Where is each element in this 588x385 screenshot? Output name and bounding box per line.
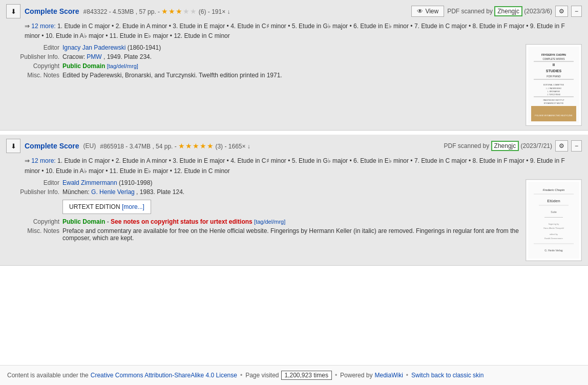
score-title-link-1[interactable]: Complete Score [25, 7, 79, 15]
svg-text:Ewald Zimmermann: Ewald Zimmermann [544, 237, 563, 240]
star-2-1: ★ [178, 142, 185, 150]
public-domain-1: Public Domain [62, 62, 105, 70]
publisher-row-1: Publisher Info. Cracow: PMW , 1949. Plat… [6, 53, 519, 60]
svg-text:————————: ———————— [544, 216, 563, 219]
urtext-label: URTEXT EDITION [69, 203, 120, 210]
editor-link-1[interactable]: Ignacy Jan Paderewski [62, 44, 125, 51]
svg-text:II: II [553, 62, 555, 67]
publisher-value-2: München: G. Henle Verlag , 1983. Plate 1… [62, 188, 184, 196]
svg-text:Etüden: Etüden [547, 199, 560, 203]
score-movements-2: ⇒ 12 more: 1. Etude in C major • 2. Etud… [25, 156, 582, 176]
rating-count-1: (6) [199, 8, 206, 15]
score-meta-2: #865918 - 3.47MB , 54 pp. - ★ ★ ★ ★ ★ (3… [100, 142, 250, 150]
urtext-more-link[interactable]: [more...] [122, 203, 144, 210]
stars-2: ★ ★ ★ ★ ★ [178, 142, 214, 150]
download-button-1[interactable]: ⬇ [6, 4, 20, 18]
svg-text:edited by: edited by [550, 233, 558, 236]
svg-text:FOR PIANO: FOR PIANO [547, 75, 561, 78]
copyright-value-1: Public Domain [tag/del/mrg] [62, 62, 138, 70]
editor-link-2[interactable]: Ewald Zimmermann [62, 179, 117, 186]
editor-row-1: Editor Ignacy Jan Paderewski (1860-1941) [6, 44, 519, 51]
mediawiki-link[interactable]: MediaWiki [374, 372, 403, 379]
settings-button-1[interactable]: ⚙ [555, 6, 568, 17]
license-link[interactable]: Creative Commons Attribution-ShareAlike … [91, 372, 237, 379]
tag-link-1[interactable]: [tag/del/mrg] [107, 63, 138, 69]
svg-text:G. Henle Verlag: G. Henle Verlag [544, 249, 563, 252]
svg-text:fingering by: fingering by [549, 223, 559, 225]
footer-dot-2: • [335, 372, 337, 379]
misc-value-2: Preface and commentary are available for… [62, 227, 519, 242]
settings-button-2[interactable]: ⚙ [555, 140, 568, 152]
switch-skin-link[interactable]: Switch back to classic skin [411, 372, 484, 379]
publisher-label-1: Publisher Info. [6, 53, 62, 60]
copyright-warning: See notes on copyright status for urtext… [111, 218, 253, 225]
score-id-1: #843322 [83, 8, 108, 15]
footer-dot-1: • [240, 372, 242, 379]
uploader-badge-1: Zhengjc [494, 6, 522, 16]
movements-link-1[interactable]: 12 more: [31, 23, 55, 30]
svg-text:Frederic Chopin: Frederic Chopin [543, 188, 565, 191]
score-actions-1: 👁 View PDF scanned by Zhengjc (2023/3/6)… [411, 6, 582, 17]
upload-date-2: (2023/7/21) [521, 142, 552, 149]
publisher-label-2: Publisher Info. [6, 188, 62, 196]
footer-dot-3: • [406, 372, 408, 379]
collapse-button-2[interactable]: − [571, 140, 582, 152]
score-header-2: ⬇ Complete Score (EU) #865918 - 3.47MB ,… [6, 139, 582, 153]
svg-text:J. TURCZYNSKI: J. TURCZYNSKI [547, 94, 560, 96]
score-id-2: #865918 [100, 143, 124, 150]
urtext-box[interactable]: URTEXT EDITION [more...] [62, 200, 151, 214]
score-movements-1: ⇒ 12 more: 1. Etude in C major • 2. Etud… [25, 22, 582, 41]
plays-2: 1665× [228, 143, 246, 150]
copyright-label-2: Copyright [6, 218, 62, 225]
score-thumbnail-2: Frederic Chopin Etüden Suite ———————— fi… [526, 179, 582, 261]
visit-count-box: 1,200,923 times [281, 371, 332, 380]
editor-dates-1: (1860-1941) [128, 44, 161, 51]
star-1-4: ★ [183, 7, 190, 15]
footer-content-text: Content is available under the [7, 372, 89, 379]
svg-text:POLSKIE WYDAWNICTWO MUZYCZNE: POLSKIE WYDAWNICTWO MUZYCZNE [535, 114, 573, 117]
star-2-5: ★ [207, 142, 214, 150]
thumbnail-svg-1: FRYDERYK CHOPIN COMPLETE WORKS II STUDIE… [526, 45, 581, 125]
score-info-table-2: Editor Ewald Zimmermann (1910-1998) Publ… [6, 179, 519, 261]
copyright-value-2: Public Domain - See notes on copyright s… [62, 218, 285, 225]
score-thumbnail-1: FRYDERYK CHOPIN COMPLETE WORKS II STUDIE… [526, 44, 582, 126]
score-title-link-2[interactable]: Complete Score [25, 142, 79, 150]
editor-value-2: Ewald Zimmermann (1910-1998) [62, 179, 152, 186]
svg-text:L. BRONARSKI: L. BRONARSKI [548, 91, 560, 93]
rating-count-2: (3) [215, 143, 223, 150]
page-wrapper: ⬇ Complete Score #843322 - 4.53MB , 57 p… [0, 0, 588, 385]
collapse-button-1[interactable]: − [571, 6, 582, 17]
star-1-3: ★ [176, 7, 182, 15]
publisher-rest-1: , 1949. Plate 234. [103, 53, 152, 60]
view-button-1[interactable]: 👁 View [411, 6, 444, 17]
publisher-link-2[interactable]: G. Henle Verlag [91, 188, 135, 196]
copyright-label-1: Copyright [6, 62, 62, 70]
editor-dates-2: (1910-1998) [119, 179, 152, 186]
score-info-table-1: Editor Ignacy Jan Paderewski (1860-1941)… [6, 44, 519, 126]
svg-rect-19 [528, 182, 579, 259]
footer-bar: Content is available under the Creative … [0, 365, 588, 385]
publisher-row-2: Publisher Info. München: G. Henle Verlag… [6, 188, 519, 196]
editor-label-2: Editor [6, 179, 62, 186]
powered-by-text: Powered by [340, 372, 372, 379]
urtext-spacer [6, 198, 62, 216]
copyright-row-2: Copyright Public Domain - See notes on c… [6, 218, 519, 225]
publisher-value-1: Cracow: PMW , 1949. Plate 234. [62, 53, 152, 60]
score-header-1: ⬇ Complete Score #843322 - 4.53MB , 57 p… [6, 4, 582, 18]
star-1-2: ★ [169, 7, 175, 15]
misc-label-1: Misc. Notes [6, 72, 62, 79]
score-size-1: 4.53MB [113, 8, 134, 15]
download-button-2[interactable]: ⬇ [6, 139, 20, 153]
misc-row-2: Misc. Notes Preface and commentary are a… [6, 227, 519, 242]
page-visited-text: Page visited [245, 372, 279, 379]
score-actions-2: PDF scanned by Zhengjc (2023/7/21) ⚙ − [444, 140, 582, 152]
svg-text:WYDAWNICZY MUZYKI: WYDAWNICZY MUZYKI [544, 102, 563, 104]
public-domain-2: Public Domain [62, 218, 105, 225]
thumbnail-svg-2: Frederic Chopin Etüden Suite ———————— fi… [526, 180, 581, 261]
movements-link-2[interactable]: 12 more: [31, 157, 55, 164]
score-pages-2: 54 pp. [156, 143, 173, 150]
publisher-link-1[interactable]: PMW [87, 53, 101, 60]
tag-link-2[interactable]: [tag/del/mrg] [254, 219, 285, 225]
star-2-4: ★ [200, 142, 206, 150]
svg-rect-16 [531, 106, 576, 121]
